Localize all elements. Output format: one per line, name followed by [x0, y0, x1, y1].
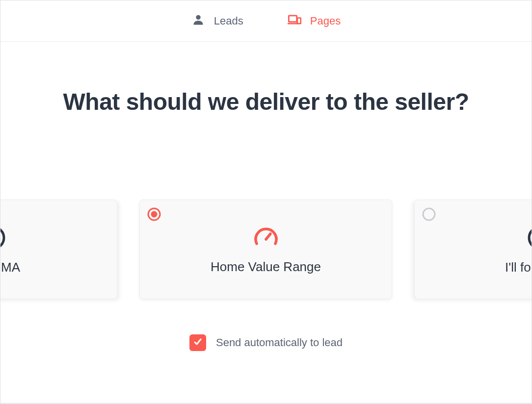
content: What should we deliver to the seller? CM…	[0, 42, 532, 403]
nav-tab-label: Pages	[310, 15, 341, 27]
card-label: Home Value Range	[211, 259, 321, 275]
svg-point-4	[0, 227, 4, 249]
gauge-icon	[253, 224, 279, 251]
svg-point-0	[196, 15, 200, 19]
svg-point-9	[529, 227, 532, 249]
delivery-option-carousel: CMA Home Value Range	[0, 200, 532, 299]
svg-line-7	[266, 234, 270, 239]
nav-tab-pages[interactable]: Pages	[288, 13, 341, 29]
svg-point-6	[151, 211, 158, 218]
check-icon	[193, 337, 203, 349]
delivery-option-card-cma[interactable]: CMA	[0, 200, 117, 299]
radio-selected-icon	[147, 207, 161, 222]
svg-rect-1	[289, 15, 296, 22]
delivery-option-card-home-value-range[interactable]: Home Value Range	[139, 200, 392, 299]
nav-tab-label: Leads	[214, 15, 243, 27]
page-title: What should we deliver to the seller?	[0, 42, 532, 115]
clock-icon	[527, 225, 532, 251]
top-nav: Leads Pages	[0, 0, 532, 42]
delivery-option-card-followup[interactable]: I'll fo	[414, 200, 532, 299]
svg-point-8	[423, 208, 435, 220]
radio-unselected-icon	[422, 207, 436, 222]
report-icon	[0, 225, 6, 251]
svg-rect-3	[297, 18, 301, 24]
card-label: CMA	[0, 260, 20, 275]
auto-send-row: Send automatically to lead	[0, 334, 532, 351]
devices-icon	[288, 13, 301, 29]
person-icon	[191, 13, 205, 29]
auto-send-checkbox[interactable]	[189, 334, 206, 351]
nav-tab-leads[interactable]: Leads	[191, 13, 243, 29]
auto-send-label: Send automatically to lead	[216, 336, 343, 349]
card-label: I'll fo	[505, 260, 531, 275]
